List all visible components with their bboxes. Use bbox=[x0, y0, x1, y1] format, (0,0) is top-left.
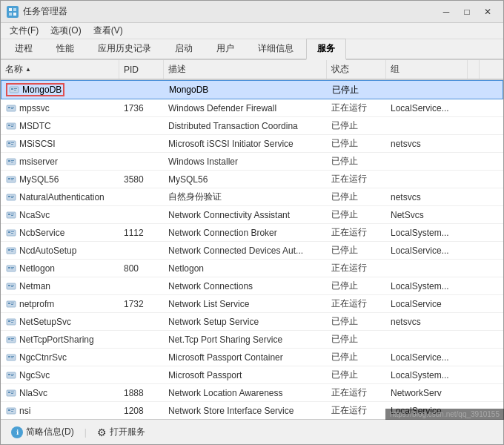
cell-status: 正在运行 bbox=[327, 402, 386, 419]
info-button[interactable]: ℹ 简略信息(D) bbox=[8, 424, 77, 440]
cell-group: netsvcs bbox=[386, 313, 468, 330]
tab-details[interactable]: 详细信息 bbox=[247, 39, 305, 59]
menu-file[interactable]: 文件(F) bbox=[4, 23, 44, 39]
cell-name: netprofm bbox=[1, 295, 119, 312]
info-icon: ℹ bbox=[11, 426, 23, 438]
svg-rect-79 bbox=[11, 411, 13, 412]
table-row[interactable]: NcdAutoSetup Network Connected Devices A… bbox=[1, 242, 503, 260]
cell-desc: Netlogon bbox=[164, 260, 327, 277]
cell-status: 正在运行 bbox=[327, 99, 386, 116]
tab-users[interactable]: 用户 bbox=[205, 39, 245, 59]
svg-rect-15 bbox=[11, 126, 13, 127]
cell-name: MySQL56 bbox=[1, 171, 119, 188]
cell-status: 已停止 bbox=[327, 206, 386, 223]
cell-status: 已停止 bbox=[327, 277, 386, 294]
tab-services[interactable]: 服务 bbox=[306, 39, 346, 60]
cell-desc: MySQL56 bbox=[164, 171, 327, 188]
table-row[interactable]: mpssvc 1736 Windows Defender Firewall 正在… bbox=[1, 99, 503, 117]
svg-rect-13 bbox=[8, 125, 10, 126]
menu-view[interactable]: 查看(V) bbox=[87, 23, 129, 39]
table-row[interactable]: NgcSvc Microsoft Passport 已停止 LocalSyste… bbox=[1, 366, 503, 384]
close-button[interactable]: ✕ bbox=[478, 4, 497, 19]
cell-status: 已停止 bbox=[327, 331, 386, 348]
cell-group bbox=[386, 171, 468, 188]
cell-pid bbox=[119, 277, 164, 294]
table-row[interactable]: NlaSvc 1888 Network Location Awareness 正… bbox=[1, 384, 503, 402]
table-body[interactable]: MongoDB MongoDB 已停止 mpssvc 1736 Windows … bbox=[1, 80, 503, 419]
cell-status: 已停止 bbox=[327, 188, 386, 205]
cell-pid: 1732 bbox=[119, 295, 164, 312]
tab-app-history[interactable]: 应用历史记录 bbox=[87, 39, 162, 59]
svg-rect-9 bbox=[8, 107, 10, 108]
tab-startup[interactable]: 启动 bbox=[164, 39, 204, 59]
cell-group: LocalService bbox=[386, 295, 468, 312]
svg-rect-57 bbox=[8, 320, 10, 322]
svg-rect-35 bbox=[11, 215, 13, 216]
tab-process[interactable]: 进程 bbox=[4, 39, 44, 59]
cell-group: netsvcs bbox=[386, 135, 468, 152]
cell-group: NetSvcs bbox=[386, 206, 468, 223]
open-services-button[interactable]: ⚙ 打开服务 bbox=[94, 424, 148, 440]
col-group[interactable]: 组 bbox=[386, 60, 468, 79]
tab-performance[interactable]: 性能 bbox=[45, 39, 85, 59]
cell-name: NaturalAuthentication bbox=[1, 188, 119, 205]
table-row[interactable]: NetSetupSvc Network Setup Service 已停止 ne… bbox=[1, 313, 503, 331]
table-row[interactable]: NcaSvc Network Connectivity Assistant 已停… bbox=[1, 206, 503, 224]
table-row[interactable]: NcbService 1112 Network Connection Broke… bbox=[1, 224, 503, 242]
cell-group bbox=[386, 117, 468, 134]
svg-rect-42 bbox=[11, 249, 14, 250]
cell-group: LocalSystem... bbox=[386, 277, 468, 294]
minimize-button[interactable]: ─ bbox=[437, 4, 456, 19]
cell-desc: MongoDB bbox=[165, 81, 328, 99]
table-row[interactable]: Netlogon 800 Netlogon 正在运行 bbox=[1, 260, 503, 277]
col-desc[interactable]: 描述 bbox=[164, 60, 327, 79]
cell-name: NcdAutoSetup bbox=[1, 242, 119, 259]
svg-rect-67 bbox=[11, 357, 13, 358]
svg-rect-50 bbox=[11, 285, 14, 286]
maximize-button[interactable]: □ bbox=[457, 4, 477, 19]
cell-name: NcaSvc bbox=[1, 206, 119, 223]
svg-rect-2 bbox=[9, 13, 12, 16]
col-name[interactable]: 名称 ▲ bbox=[1, 60, 119, 79]
table-row[interactable]: MSiSCSI Microsoft iSCSI Initiator Servic… bbox=[1, 135, 503, 153]
svg-rect-77 bbox=[8, 409, 10, 411]
cell-name: MSiSCSI bbox=[1, 135, 119, 152]
col-status[interactable]: 状态 bbox=[327, 60, 386, 79]
table-row[interactable]: MSDTC Distributed Transaction Coordina 已… bbox=[1, 117, 503, 135]
watermark: https://blog.csdn.net/qq_3910155 bbox=[385, 409, 504, 420]
table-row[interactable]: Netman Network Connections 已停止 LocalSyst… bbox=[1, 277, 503, 295]
svg-rect-43 bbox=[11, 251, 13, 251]
svg-rect-21 bbox=[8, 160, 10, 162]
table-row[interactable]: NaturalAuthentication 自然身份验证 已停止 netsvcs bbox=[1, 188, 503, 206]
cell-pid bbox=[119, 117, 164, 134]
cell-pid bbox=[119, 349, 164, 366]
cell-desc: Microsoft iSCSI Initiator Service bbox=[164, 135, 327, 152]
svg-rect-65 bbox=[8, 356, 10, 357]
svg-rect-11 bbox=[11, 108, 13, 109]
cell-desc: Network Connections bbox=[164, 277, 327, 294]
cell-desc: Microsoft Passport bbox=[164, 366, 327, 383]
cell-status: 已停止 bbox=[328, 81, 387, 99]
table-row[interactable]: msiserver Windows Installer 已停止 bbox=[1, 153, 503, 171]
cell-status: 已停止 bbox=[327, 349, 386, 366]
menu-bar: 文件(F) 选项(O) 查看(V) bbox=[1, 23, 503, 39]
cell-group: LocalService... bbox=[386, 349, 468, 366]
svg-rect-7 bbox=[14, 90, 16, 90]
cell-status: 正在运行 bbox=[327, 224, 386, 241]
table-row[interactable]: MongoDB MongoDB 已停止 bbox=[1, 80, 503, 99]
svg-rect-73 bbox=[8, 392, 10, 393]
svg-rect-18 bbox=[11, 142, 14, 143]
svg-rect-23 bbox=[11, 162, 13, 162]
svg-rect-46 bbox=[11, 267, 14, 268]
menu-options[interactable]: 选项(O) bbox=[44, 23, 87, 39]
table-row[interactable]: NetTcpPortSharing Net.Tcp Port Sharing S… bbox=[1, 331, 503, 349]
cell-desc: Network Store Interface Service bbox=[164, 402, 327, 419]
table-row[interactable]: netprofm 1732 Network List Service 正在运行 … bbox=[1, 295, 503, 313]
cell-pid: 1736 bbox=[119, 99, 164, 116]
cell-pid bbox=[119, 188, 164, 205]
table-row[interactable]: MySQL56 3580 MySQL56 正在运行 bbox=[1, 171, 503, 188]
table-row[interactable]: NgcCtnrSvc Microsoft Passport Container … bbox=[1, 349, 503, 366]
col-pid[interactable]: PID bbox=[119, 60, 164, 79]
svg-rect-66 bbox=[11, 356, 14, 357]
cell-name: NlaSvc bbox=[1, 384, 119, 401]
